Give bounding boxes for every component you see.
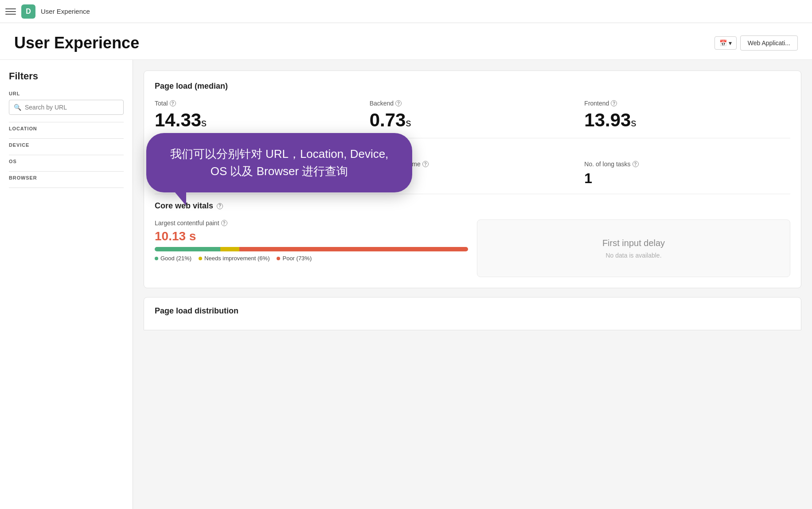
url-filter-section: URL 🔍 bbox=[9, 91, 124, 115]
top-nav: D User Experience bbox=[0, 0, 812, 23]
lcp-needs-bar bbox=[220, 247, 239, 251]
backend-label: Backend ? bbox=[370, 100, 576, 107]
cwv-info-icon[interactable]: ? bbox=[217, 203, 223, 209]
long-tasks-label: No. of long tasks ? bbox=[584, 161, 790, 168]
device-filter-label: DEVICE bbox=[9, 142, 124, 148]
lcp-poor-bar bbox=[239, 247, 468, 251]
frontend-label: Frontend ? bbox=[584, 100, 790, 107]
filters-title: Filters bbox=[9, 70, 124, 82]
url-filter-label: URL bbox=[9, 91, 124, 96]
distribution-title: Page load distribution bbox=[155, 306, 790, 316]
browser-filter-section: BROWSER bbox=[9, 175, 124, 180]
tooltip-overlay: 我们可以分别针对 URL，Location, Device, OS 以及 Bro… bbox=[146, 133, 412, 192]
web-application-button[interactable]: Web Applicati... bbox=[740, 35, 798, 51]
divider-1 bbox=[9, 122, 124, 122]
lcp-progress-bar bbox=[155, 247, 468, 251]
fid-nodata: No data is available. bbox=[605, 252, 661, 259]
nav-title: User Experience bbox=[41, 8, 90, 15]
filters-sidebar: Filters URL 🔍 LOCATION DEVICE OS BROWSER bbox=[0, 60, 133, 509]
needs-legend: Needs improvement (6%) bbox=[199, 255, 269, 262]
content-area: Page load (median) Total ? 14.33s Backen… bbox=[133, 60, 812, 509]
divider-4 bbox=[9, 171, 124, 172]
long-tasks-info-icon[interactable]: ? bbox=[632, 161, 639, 167]
lcp-info-icon[interactable]: ? bbox=[221, 220, 227, 226]
total-value: 14.33s bbox=[155, 110, 361, 131]
calendar-icon: 📅 bbox=[719, 39, 727, 47]
lcp-legend: Good (21%) Needs improvement (6%) Poor (… bbox=[155, 255, 468, 262]
distribution-card: Page load distribution bbox=[144, 297, 801, 330]
hamburger-icon[interactable] bbox=[5, 6, 16, 17]
fid-section: First input delay No data is available. bbox=[477, 219, 790, 277]
location-filter-label: LOCATION bbox=[9, 126, 124, 131]
cwv-grid: Largest contentful paint ? 10.13 s Good … bbox=[155, 219, 790, 277]
page-header: User Experience 📅 ▾ Web Applicati... bbox=[0, 23, 812, 60]
long-tasks-value: 1 bbox=[584, 170, 790, 187]
frontend-value: 13.93s bbox=[584, 110, 790, 131]
search-icon: 🔍 bbox=[14, 104, 21, 111]
lcp-label: Largest contentful paint ? bbox=[155, 219, 468, 227]
header-actions: 📅 ▾ Web Applicati... bbox=[714, 35, 798, 51]
total-info-icon[interactable]: ? bbox=[170, 100, 176, 106]
total-metric: Total ? 14.33s bbox=[155, 100, 361, 131]
divider-3 bbox=[9, 155, 124, 155]
main-layout: Filters URL 🔍 LOCATION DEVICE OS BROWSER bbox=[0, 60, 812, 509]
good-legend: Good (21%) bbox=[155, 255, 191, 262]
long-tasks-metric: No. of long tasks ? 1 bbox=[584, 161, 790, 187]
page-load-title: Page load (median) bbox=[155, 82, 790, 91]
url-search-input[interactable] bbox=[25, 104, 119, 111]
backend-info-icon[interactable]: ? bbox=[395, 100, 402, 106]
nav-logo: D bbox=[21, 4, 35, 19]
lcp-section: Largest contentful paint ? 10.13 s Good … bbox=[155, 219, 468, 277]
poor-legend: Poor (73%) bbox=[277, 255, 312, 262]
url-search-box[interactable]: 🔍 bbox=[9, 100, 124, 115]
page-load-metrics: Total ? 14.33s Backend ? 0.73s bbox=[155, 100, 790, 131]
frontend-metric: Frontend ? 13.93s bbox=[584, 100, 790, 131]
cwv-divider bbox=[155, 194, 790, 194]
poor-dot bbox=[277, 257, 280, 260]
divider-5 bbox=[9, 188, 124, 188]
tbt-info-icon[interactable]: ? bbox=[422, 161, 429, 167]
lcp-good-bar bbox=[155, 247, 220, 251]
browser-filter-label: BROWSER bbox=[9, 175, 124, 180]
calendar-button[interactable]: 📅 ▾ bbox=[714, 36, 737, 50]
os-filter-section: OS bbox=[9, 159, 124, 164]
backend-metric: Backend ? 0.73s bbox=[370, 100, 576, 131]
good-dot bbox=[155, 257, 158, 260]
location-filter-section: LOCATION bbox=[9, 126, 124, 131]
device-filter-section: DEVICE bbox=[9, 142, 124, 148]
os-filter-label: OS bbox=[9, 159, 124, 164]
divider-2 bbox=[9, 138, 124, 139]
chevron-down-icon: ▾ bbox=[729, 39, 732, 47]
page-title: User Experience bbox=[14, 34, 139, 52]
backend-value: 0.73s bbox=[370, 110, 576, 131]
total-label: Total ? bbox=[155, 100, 361, 107]
tooltip-tail bbox=[173, 190, 186, 206]
frontend-info-icon[interactable]: ? bbox=[611, 100, 617, 106]
fid-title: First input delay bbox=[602, 238, 665, 248]
lcp-value: 10.13 s bbox=[155, 229, 468, 243]
needs-dot bbox=[199, 257, 202, 260]
